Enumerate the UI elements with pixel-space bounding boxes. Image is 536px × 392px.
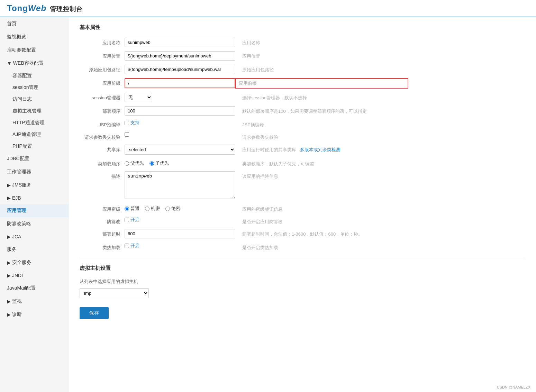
app-prefix-input[interactable] bbox=[125, 78, 235, 88]
sidebar-item-jdbc-config[interactable]: JDBC配置 bbox=[0, 152, 69, 165]
hot-deploy-checkbox[interactable] bbox=[125, 244, 129, 248]
sidebar-item-security[interactable]: ▶ 安全服务 bbox=[0, 256, 69, 269]
jca-arrow: ▶ bbox=[7, 234, 11, 239]
jsp-precompile-control: 支持 bbox=[125, 120, 235, 126]
ejb-arrow: ▶ bbox=[7, 195, 11, 201]
security-secret-label[interactable]: 绝密 bbox=[165, 206, 180, 212]
jsp-precompile-label: JSP预编译 bbox=[80, 120, 125, 128]
description-hint: 该应用的描述信息 bbox=[235, 171, 408, 180]
hot-deploy-hint: 是否开启类热加载 bbox=[235, 243, 408, 251]
sidebar-item-ejb[interactable]: ▶ EJB bbox=[0, 192, 69, 204]
sidebar-item-php-config[interactable]: PHP配置 bbox=[0, 140, 69, 152]
save-button[interactable]: 保存 bbox=[80, 307, 109, 319]
sidebar-item-diagnose[interactable]: ▶ 诊断 bbox=[0, 308, 69, 321]
form-row-app-name: 应用名称 应用名称 bbox=[80, 38, 526, 47]
classload-order-control: 父优先 子优先 bbox=[125, 159, 235, 166]
sidebar-item-vhost-mgmt[interactable]: 虚拟主机管理 bbox=[0, 105, 69, 117]
vhost-desc: 从列表中选择应用的虚拟主机 bbox=[80, 279, 526, 285]
sidebar-item-app-mgmt[interactable]: 应用管理 bbox=[0, 204, 69, 217]
classload-order-hint: 类加载顺序，默认为子优先，可调整 bbox=[235, 159, 408, 167]
request-validation-control bbox=[125, 132, 235, 138]
app-location-control bbox=[125, 51, 235, 61]
security-level-control: 普通 机密 绝密 bbox=[125, 204, 235, 212]
form-row-deploy-timeout: 部署超时 部署超时时间，合法值：1-3600，默认值：600，单位：秒。 bbox=[80, 229, 526, 238]
deploy-timeout-hint: 部署超时时间，合法值：1-3600，默认值：600，单位：秒。 bbox=[235, 229, 408, 237]
sidebar-item-tamper-policy[interactable]: 防篡改策略 bbox=[0, 217, 69, 230]
session-mgr-select[interactable]: 无 bbox=[125, 93, 152, 102]
app-name-input[interactable] bbox=[125, 38, 235, 47]
deploy-timeout-input[interactable] bbox=[125, 229, 235, 238]
monitor-arrow: ▶ bbox=[7, 299, 11, 304]
classload-child-label[interactable]: 子优先 bbox=[149, 160, 169, 166]
shared-lib-link[interactable]: 多版本或冗余类检测 bbox=[300, 147, 340, 152]
app-prefix-label: 应用前缀 bbox=[80, 78, 125, 86]
form-row-tamper: 防篡改 开启 是否开启应用防篡改 bbox=[80, 217, 526, 225]
security-normal-radio[interactable] bbox=[125, 207, 129, 211]
original-pkg-control bbox=[125, 65, 235, 74]
original-pkg-label: 原始应用包路径 bbox=[80, 65, 125, 73]
app-location-label: 应用位置 bbox=[80, 51, 125, 60]
form-row-deploy-order: 部署顺序 默认的部署顺序是100，如果需要调整部署顺序的话，可以指定 bbox=[80, 106, 526, 116]
app-prefix-hint: 应用前缀 bbox=[235, 78, 408, 89]
classload-child-radio[interactable] bbox=[149, 161, 154, 166]
sidebar-item-service[interactable]: 服务 bbox=[0, 243, 69, 256]
logo: TongWeb 管理控制台 bbox=[7, 3, 83, 13]
deploy-order-control bbox=[125, 106, 235, 116]
shared-lib-select[interactable]: selected bbox=[125, 145, 235, 155]
sidebar-item-job-manager[interactable]: 工作管理器 bbox=[0, 165, 69, 179]
tamper-checkbox-label[interactable]: 开启 bbox=[125, 217, 235, 223]
sidebar-item-monitor-overview[interactable]: 监视概览 bbox=[0, 30, 69, 44]
app-name-hint: 应用名称 bbox=[235, 38, 408, 46]
deploy-order-hint: 默认的部署顺序是100，如果需要调整部署顺序的话，可以指定 bbox=[235, 106, 408, 115]
app-location-hint: 应用位置 bbox=[235, 51, 408, 60]
form-row-app-prefix: 应用前缀 应用前缀 bbox=[80, 78, 526, 89]
form-row-app-location: 应用位置 应用位置 bbox=[80, 51, 526, 61]
vhost-select[interactable]: imp bbox=[80, 288, 149, 298]
security-normal-label[interactable]: 普通 bbox=[125, 206, 139, 212]
security-arrow: ▶ bbox=[7, 260, 11, 265]
section-vhost-title: 虚拟主机设置 bbox=[80, 265, 526, 273]
classload-parent-label[interactable]: 父优先 bbox=[125, 160, 144, 166]
form-row-original-pkg: 原始应用包路径 原始应用包路径 bbox=[80, 65, 526, 74]
request-validation-checkbox[interactable] bbox=[125, 132, 129, 137]
jndi-arrow: ▶ bbox=[7, 273, 11, 278]
sidebar-item-web-container[interactable]: ▼ WEB容器配置 bbox=[0, 57, 69, 70]
hot-deploy-checkbox-label[interactable]: 开启 bbox=[125, 243, 235, 249]
sidebar-item-jms[interactable]: ▶ JMS服务 bbox=[0, 179, 69, 192]
description-textarea[interactable] bbox=[125, 171, 235, 199]
jms-arrow: ▶ bbox=[7, 182, 11, 188]
sidebar-item-jca[interactable]: ▶ JCA bbox=[0, 230, 69, 243]
classload-radio-group: 父优先 子优先 bbox=[125, 159, 235, 166]
security-confidential-radio[interactable] bbox=[145, 207, 149, 211]
sidebar-item-ajp-channel[interactable]: AJP通道管理 bbox=[0, 129, 69, 140]
form-row-security-level: 应用密级 普通 机密 绝密 应用的密级标识 bbox=[80, 204, 526, 212]
app-location-input[interactable] bbox=[125, 51, 235, 61]
sidebar-item-jndi[interactable]: ▶ JNDI bbox=[0, 269, 69, 282]
sidebar-item-http-channel[interactable]: HTTP通道管理 bbox=[0, 117, 69, 129]
tamper-checkbox[interactable] bbox=[125, 218, 129, 222]
deploy-order-label: 部署顺序 bbox=[80, 106, 125, 115]
mgmt-title: 管理控制台 bbox=[50, 6, 83, 12]
sidebar-item-session-mgmt[interactable]: session管理 bbox=[0, 82, 69, 93]
sidebar-item-monitor[interactable]: ▶ 监视 bbox=[0, 295, 69, 308]
classload-parent-radio[interactable] bbox=[125, 161, 129, 166]
tamper-hint: 是否开启应用防篡改 bbox=[235, 217, 408, 225]
sidebar-item-home[interactable]: 首页 bbox=[0, 17, 69, 30]
security-level-hint: 应用的密级标识信息 bbox=[235, 204, 408, 212]
security-confidential-label[interactable]: 机密 bbox=[145, 206, 160, 212]
jsp-precompile-checkbox-label[interactable]: 支持 bbox=[125, 120, 235, 126]
sidebar-item-access-log[interactable]: 访问日志 bbox=[0, 93, 69, 105]
sidebar: 首页 监视概览 启动参数配置 ▼ WEB容器配置 容器配置 session管理 … bbox=[0, 17, 69, 392]
original-pkg-input[interactable] bbox=[125, 65, 235, 74]
sidebar-item-javamail[interactable]: JavaMail配置 bbox=[0, 282, 69, 295]
sidebar-item-startup-config[interactable]: 启动参数配置 bbox=[0, 44, 69, 57]
sidebar-item-container-config[interactable]: 容器配置 bbox=[0, 70, 69, 82]
form-row-hot-deploy: 类热加载 开启 是否开启类热加载 bbox=[80, 243, 526, 251]
session-mgr-label: session管理器 bbox=[80, 93, 125, 101]
jsp-precompile-checkbox[interactable] bbox=[125, 121, 129, 125]
security-secret-radio[interactable] bbox=[165, 207, 170, 211]
security-level-label: 应用密级 bbox=[80, 204, 125, 212]
section-basic-title: 基本属性 bbox=[80, 24, 526, 32]
deploy-order-input[interactable] bbox=[125, 106, 235, 116]
jsp-precompile-hint: JSP预编译 bbox=[235, 120, 408, 128]
